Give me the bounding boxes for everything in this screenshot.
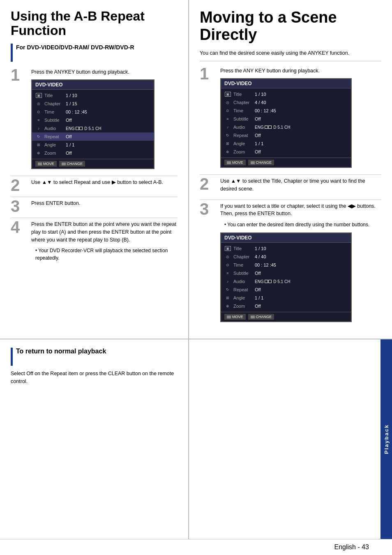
- left-section-title: Using the A-B Repeat Function: [11, 9, 178, 38]
- playback-tab: Playback: [383, 424, 390, 454]
- left-dvd-menu-1: DVD-VIDEO ▣ Title 1 / 10 ◎ Chapter 1 / 1…: [31, 79, 154, 169]
- r-dvd-row-time: ⊙ Time 00 : 12 :45: [221, 107, 351, 115]
- r2-dvd-row-repeat: ↻ Repeat Off: [221, 286, 351, 294]
- to-return-text: Select Off on the Repeat item or press t…: [11, 370, 178, 385]
- left-menu-1-title: DVD-VIDEO: [32, 80, 154, 90]
- page: Using the A-B Repeat Function For DVD-VI…: [0, 0, 392, 555]
- left-step-1-number: 1: [11, 67, 27, 83]
- r2-title-icon: ▣: [224, 245, 231, 252]
- dvd-row-time: ⊙ Time 00 : 12 :45: [32, 108, 154, 116]
- r-audio-icon: ♪: [224, 124, 231, 130]
- zoom-icon: ⊕: [35, 150, 42, 156]
- left-step-4: 4 Press the ENTER button at the point wh…: [11, 221, 178, 265]
- r2-dvd-row-title: ▣ Title 1 / 10: [221, 244, 351, 253]
- r2-dvd-row-zoom: ⊕ Zoom Off: [221, 302, 351, 310]
- r2-dvd-row-angle: ⊞ Angle 1 / 1: [221, 294, 351, 302]
- left-step-1-text: Press the ANYKEY button during playback.: [31, 68, 178, 76]
- right-step-3-number: 3: [200, 201, 216, 217]
- right-step-3-bullet: You can enter the desired item directly …: [224, 221, 381, 228]
- r-footer-change: CHANGE: [248, 160, 274, 165]
- right-description: You can find the desired scene easily us…: [200, 49, 381, 57]
- r-title-icon: ▣: [224, 91, 231, 98]
- right-step-3: 3 If you want to select a title or chapt…: [200, 202, 381, 329]
- r-repeat-icon: ↻: [224, 132, 231, 139]
- right-menu-2-title: DVD-VIDEO: [221, 233, 351, 243]
- r2-repeat-icon: ↻: [224, 286, 231, 293]
- r2-footer-change: CHANGE: [248, 314, 274, 320]
- return-blue-bar: [11, 348, 13, 366]
- left-step-3: 3 Press ENTER button.: [11, 200, 178, 218]
- dvd-row-subtitle: ≡ Subtitle Off: [32, 116, 154, 124]
- r2-dvd-row-time: ⊙ Time 00 : 12 :45: [221, 261, 351, 269]
- left-step-3-number: 3: [11, 198, 27, 214]
- r2-audio-icon: ♪: [224, 278, 231, 285]
- dvd-row-repeat: ↻ Repeat Off: [32, 132, 154, 141]
- right-menu-1-title: DVD-VIDEO: [221, 79, 351, 88]
- subtitle-icon: ≡: [35, 117, 42, 123]
- r-footer-move: MOVE: [224, 160, 246, 165]
- left-step-2-number: 2: [11, 177, 27, 193]
- r2-footer-move: MOVE: [224, 314, 246, 320]
- chapter-icon: ◎: [35, 100, 42, 107]
- r-zoom-icon: ⊕: [224, 149, 231, 155]
- r2-dvd-row-audio: ♪ Audio ENG D 5.1 CH: [221, 277, 351, 286]
- dvd-row-title: ▣ Title 1 / 10: [32, 91, 154, 100]
- r-chapter-icon: ◎: [224, 99, 231, 106]
- to-return-title: To return to normal playback: [16, 348, 106, 355]
- left-step-1: 1 Press the ANYKEY button during playbac…: [11, 68, 178, 176]
- audio-icon: ♪: [35, 125, 42, 132]
- to-return-section: To return to normal playback: [11, 348, 178, 366]
- r-dvd-row-subtitle: ≡ Subtitle Off: [221, 115, 351, 123]
- footer-change: CHANGE: [59, 161, 85, 167]
- r2-chapter-icon: ◎: [224, 253, 231, 260]
- left-blue-bar: [11, 44, 13, 62]
- right-section-title: Moving to a Scene Directly: [200, 9, 381, 44]
- dvd-row-angle: ⊞ Angle 1 / 1: [32, 141, 154, 149]
- right-dvd-menu-1: DVD-VIDEO ▣ Title 1 / 10 ◎ Chapter 4 / 4…: [220, 78, 352, 168]
- left-menu-1-footer: MOVE CHANGE: [32, 159, 154, 168]
- left-step-2-text: Use ▲▼ to select Repeat and use ▶ button…: [31, 179, 178, 186]
- r-dvd-row-repeat: ↻ Repeat Off: [221, 131, 351, 139]
- left-step-3-text: Press ENTER button.: [31, 200, 178, 207]
- left-step-2: 2 Use ▲▼ to select Repeat and use ▶ butt…: [11, 179, 178, 197]
- angle-icon: ⊞: [35, 142, 42, 148]
- r2-time-icon: ⊙: [224, 262, 231, 268]
- right-step-3-text: If you want to select a title or chapter…: [220, 202, 381, 218]
- right-dvd-menu-2: DVD-VIDEO ▣ Title 1 / 10 ◎ Chapter 4 / 4…: [220, 232, 352, 322]
- r-subtitle-icon: ≡: [224, 116, 231, 122]
- r-dvd-row-chapter: ◎ Chapter 4 / 40: [221, 98, 351, 107]
- right-menu-1-footer: MOVE CHANGE: [221, 158, 351, 167]
- r2-dvd-row-subtitle: ≡ Subtitle Off: [221, 269, 351, 277]
- r-dvd-row-angle: ⊞ Angle 1 / 1: [221, 139, 351, 148]
- right-step-2-number: 2: [200, 176, 216, 192]
- left-step-4-text: Press the ENTER button at the point wher…: [31, 221, 178, 244]
- r-time-icon: ⊙: [224, 107, 231, 114]
- r-dvd-row-audio: ♪ Audio ENG D 5.1 CH: [221, 123, 351, 131]
- dvd-row-chapter: ◎ Chapter 1 / 15: [32, 100, 154, 108]
- right-step-2: 2 Use ▲▼ to select the Title, Chapter or…: [200, 177, 381, 200]
- dvd-row-audio: ♪ Audio ENG D 5.1 CH: [32, 124, 154, 132]
- left-sub-header: For DVD-VIDEO/DVD-RAM/ DVD-RW/DVD-R: [16, 44, 134, 51]
- left-step-4-number: 4: [11, 219, 27, 235]
- r2-angle-icon: ⊞: [224, 295, 231, 301]
- right-menu-2-footer: MOVE CHANGE: [221, 312, 351, 321]
- time-icon: ⊙: [35, 109, 42, 115]
- r2-zoom-icon: ⊕: [224, 303, 231, 309]
- r-dvd-row-title: ▣ Title 1 / 10: [221, 90, 351, 98]
- right-step-1-text: Press the ANY KEY button during playback…: [220, 67, 381, 75]
- right-step-2-text: Use ▲▼ to select the Title, Chapter or t…: [220, 177, 381, 193]
- footer-move: MOVE: [35, 161, 57, 167]
- repeat-icon: ↻: [35, 133, 42, 140]
- title-icon: ▣: [35, 92, 42, 99]
- r-angle-icon: ⊞: [224, 140, 231, 147]
- r2-dvd-row-chapter: ◎ Chapter 4 / 40: [221, 253, 351, 261]
- left-step-4-bullet: Your DVD Recorder-VCR will playback the …: [35, 247, 178, 262]
- r2-subtitle-icon: ≡: [224, 270, 231, 276]
- page-number: English - 43: [334, 543, 369, 551]
- right-step-1-number: 1: [200, 65, 216, 82]
- dvd-row-zoom: ⊕ Zoom Off: [32, 149, 154, 157]
- right-step-1: 1 Press the ANY KEY button during playba…: [200, 67, 381, 175]
- r-dvd-row-zoom: ⊕ Zoom Off: [221, 148, 351, 156]
